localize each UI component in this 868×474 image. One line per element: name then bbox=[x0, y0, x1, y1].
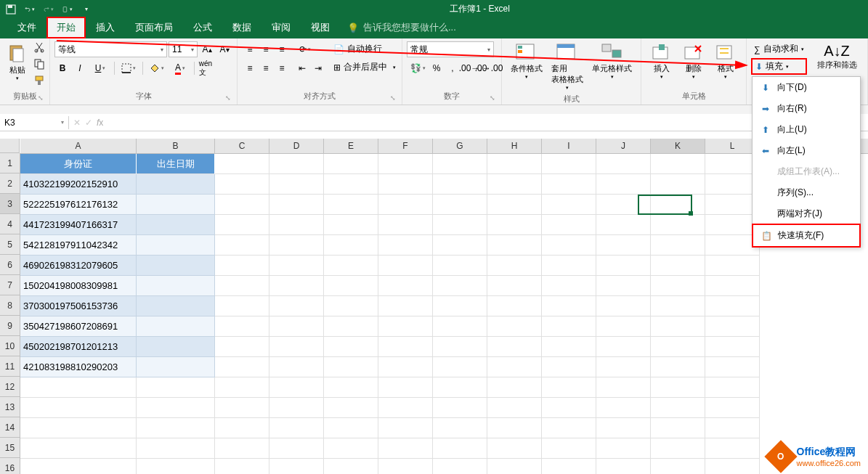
cell-A5[interactable]: 542128197911042342 bbox=[20, 235, 137, 256]
undo-icon[interactable]: ▾ bbox=[25, 4, 35, 15]
cell-H8[interactable] bbox=[487, 296, 542, 316]
col-header-B[interactable]: B bbox=[137, 139, 215, 153]
cell-I10[interactable] bbox=[542, 337, 596, 357]
font-color-button[interactable]: A▾ bbox=[169, 60, 191, 76]
col-header-A[interactable]: A bbox=[20, 139, 137, 153]
format-as-table-button[interactable]: 套用 表格格式▾ bbox=[547, 41, 588, 92]
cell-K7[interactable] bbox=[651, 276, 705, 296]
cell-G14[interactable] bbox=[433, 418, 487, 438]
number-launcher-icon[interactable]: ⤡ bbox=[490, 94, 495, 102]
cell-H16[interactable] bbox=[487, 459, 542, 474]
format-painter-icon[interactable] bbox=[33, 75, 45, 89]
row-header-6[interactable]: 6 bbox=[0, 255, 20, 275]
cell-G11[interactable] bbox=[433, 357, 487, 377]
col-header-F[interactable]: F bbox=[378, 139, 433, 153]
row-header-7[interactable]: 7 bbox=[0, 275, 20, 295]
cell-C5[interactable] bbox=[215, 235, 269, 256]
cell-B12[interactable] bbox=[137, 377, 215, 398]
align-bottom-icon[interactable]: ≡ bbox=[274, 41, 290, 57]
cell-B13[interactable] bbox=[137, 398, 215, 418]
cell-D14[interactable] bbox=[269, 418, 324, 438]
tab-insert[interactable]: 插入 bbox=[86, 17, 125, 38]
fx-icon[interactable]: fx bbox=[97, 118, 103, 128]
cell-styles-button[interactable]: 单元格样式▾ bbox=[588, 41, 636, 81]
cell-H7[interactable] bbox=[487, 276, 542, 296]
cell-I7[interactable] bbox=[542, 276, 596, 296]
cell-G3[interactable] bbox=[433, 195, 487, 215]
cell-D5[interactable] bbox=[269, 235, 324, 256]
row-header-4[interactable]: 4 bbox=[0, 214, 20, 234]
delete-cells-button[interactable]: 删除▾ bbox=[678, 41, 710, 81]
cell-C9[interactable] bbox=[215, 316, 269, 337]
cell-C2[interactable] bbox=[215, 174, 269, 195]
cell-H2[interactable] bbox=[487, 174, 542, 195]
cell-I16[interactable] bbox=[542, 459, 596, 474]
cell-C12[interactable] bbox=[215, 377, 269, 398]
cell-D3[interactable] bbox=[269, 195, 324, 215]
font-name-combo[interactable]: 等线▾ bbox=[54, 41, 167, 57]
cell-F1[interactable] bbox=[378, 154, 433, 174]
fill-down-item[interactable]: ⬇向下(D) bbox=[753, 77, 860, 98]
cell-B14[interactable] bbox=[137, 418, 215, 438]
cell-J12[interactable] bbox=[596, 377, 651, 398]
row-header-2[interactable]: 2 bbox=[0, 173, 20, 194]
cell-A1[interactable]: 身份证 bbox=[20, 154, 137, 174]
cell-H15[interactable] bbox=[487, 438, 542, 459]
accounting-icon[interactable]: 💱▾ bbox=[407, 60, 429, 76]
cell-D9[interactable] bbox=[269, 316, 324, 337]
cell-I1[interactable] bbox=[542, 154, 596, 174]
fill-left-item[interactable]: ⬅向左(L) bbox=[753, 140, 860, 161]
col-header-D[interactable]: D bbox=[269, 139, 324, 153]
decrease-decimal-icon[interactable]: .0→.00 bbox=[481, 60, 497, 76]
copy-icon[interactable] bbox=[33, 58, 45, 72]
enter-icon[interactable]: ✓ bbox=[85, 118, 92, 128]
cell-H3[interactable] bbox=[487, 195, 542, 215]
cell-B16[interactable] bbox=[137, 459, 215, 474]
tab-home[interactable]: 开始 bbox=[46, 17, 86, 38]
cell-B6[interactable] bbox=[137, 256, 215, 276]
cell-G9[interactable] bbox=[433, 316, 487, 337]
cell-B10[interactable] bbox=[137, 337, 215, 357]
percent-icon[interactable]: % bbox=[429, 60, 445, 76]
cell-D4[interactable] bbox=[269, 215, 324, 235]
cut-icon[interactable] bbox=[33, 41, 45, 55]
conditional-format-button[interactable]: 条件格式▾ bbox=[506, 41, 547, 81]
cell-C13[interactable] bbox=[215, 398, 269, 418]
cell-A3[interactable]: 522225197612176132 bbox=[20, 195, 137, 215]
tab-review[interactable]: 审阅 bbox=[261, 17, 301, 38]
cell-I15[interactable] bbox=[542, 438, 596, 459]
number-format-combo[interactable]: 常规▾ bbox=[407, 41, 494, 57]
tab-formulas[interactable]: 公式 bbox=[183, 17, 222, 38]
cell-D12[interactable] bbox=[269, 377, 324, 398]
decrease-font-icon[interactable]: A▾ bbox=[216, 41, 232, 57]
cell-E10[interactable] bbox=[324, 337, 378, 357]
cell-H14[interactable] bbox=[487, 418, 542, 438]
cell-A15[interactable] bbox=[20, 438, 137, 459]
cell-E12[interactable] bbox=[324, 377, 378, 398]
tab-file[interactable]: 文件 bbox=[7, 17, 46, 38]
cell-B4[interactable] bbox=[137, 215, 215, 235]
cell-L8[interactable] bbox=[705, 296, 760, 316]
cell-K15[interactable] bbox=[651, 438, 705, 459]
cell-F10[interactable] bbox=[378, 337, 433, 357]
cell-D13[interactable] bbox=[269, 398, 324, 418]
cell-F13[interactable] bbox=[378, 398, 433, 418]
cell-A16[interactable] bbox=[20, 459, 137, 474]
cell-K16[interactable] bbox=[651, 459, 705, 474]
cell-J13[interactable] bbox=[596, 398, 651, 418]
cell-C6[interactable] bbox=[215, 256, 269, 276]
cell-K9[interactable] bbox=[651, 316, 705, 337]
cell-E16[interactable] bbox=[324, 459, 378, 474]
cell-A4[interactable]: 441723199407166317 bbox=[20, 215, 137, 235]
cell-G12[interactable] bbox=[433, 377, 487, 398]
col-header-I[interactable]: I bbox=[542, 139, 596, 153]
cell-F12[interactable] bbox=[378, 377, 433, 398]
cell-J6[interactable] bbox=[596, 256, 651, 276]
cell-A11[interactable]: 421083198810290203 bbox=[20, 357, 137, 377]
cell-I2[interactable] bbox=[542, 174, 596, 195]
cell-J8[interactable] bbox=[596, 296, 651, 316]
cell-E14[interactable] bbox=[324, 418, 378, 438]
align-right-icon[interactable]: ≡ bbox=[274, 60, 290, 76]
cell-C11[interactable] bbox=[215, 357, 269, 377]
cell-L9[interactable] bbox=[705, 316, 760, 337]
